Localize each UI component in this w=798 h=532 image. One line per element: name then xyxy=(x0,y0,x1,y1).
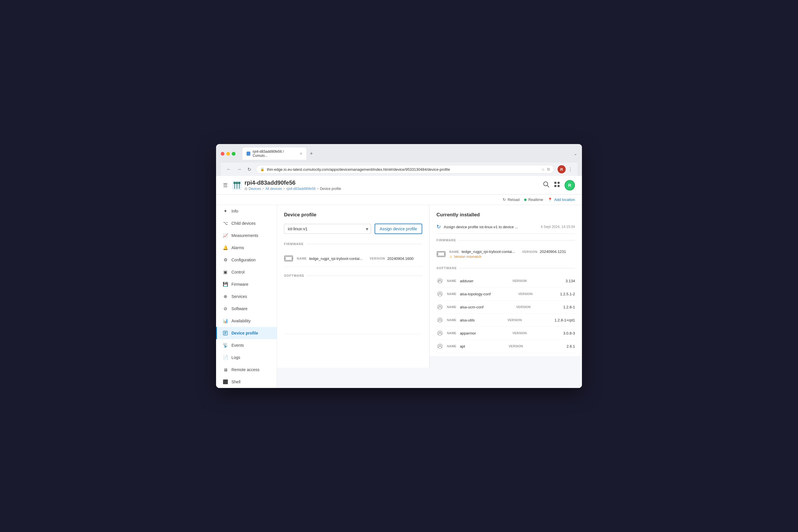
maximize-traffic-light[interactable] xyxy=(232,152,235,156)
browser-user-avatar[interactable]: R xyxy=(557,165,566,173)
software-item-icon-alsa-utils xyxy=(436,317,443,323)
software-item-apt: NAME apt VERSION 2.6.1 xyxy=(436,340,575,353)
logo-icon xyxy=(232,180,242,190)
sw-name-label-alsa-topology: NAME xyxy=(447,292,456,296)
new-tab-button[interactable]: + xyxy=(307,150,316,158)
firmware-subsection-label: FIRMWARE xyxy=(284,242,422,246)
browser-menu-button[interactable]: ⋮ xyxy=(568,167,573,172)
sw-version-alsa-topology: 1.2.5.1-2 xyxy=(560,292,575,296)
profile-dropdown[interactable]: iot-linux-v1 xyxy=(284,224,371,234)
right-panel: Currently installed ↻ Assign device prof… xyxy=(430,205,582,356)
firmware-row-left: NAME tedge_rugpi_rpi-tryboot-contai... V… xyxy=(284,250,422,267)
software-item-alsa-ucm: NAME alsa-ucm-conf VERSION 1.2.8-1 xyxy=(436,301,575,314)
software-item-icon-adduser xyxy=(436,277,443,284)
reload-label: Reload xyxy=(508,197,519,202)
extension-icon[interactable]: ⧉ xyxy=(547,167,550,172)
add-location-button[interactable]: 📍 Add location xyxy=(548,197,575,202)
tab-close-button[interactable]: ✕ xyxy=(300,152,302,156)
sidebar-item-logs[interactable]: 📄 Logs xyxy=(216,352,277,364)
sidebar-item-software[interactable]: ⊘ Software xyxy=(216,303,277,315)
sw-ver-label-alsa-topology: VERSION xyxy=(518,292,533,296)
url-text: thin-edge.io.eu-latest.cumulocity.com/ap… xyxy=(267,167,539,172)
software-item-icon-alsa-topology xyxy=(436,290,443,297)
star-icon[interactable]: ☆ xyxy=(541,167,545,172)
close-traffic-light[interactable] xyxy=(221,152,225,156)
sidebar-item-control[interactable]: ▣ Control xyxy=(216,266,277,278)
firmware-icon: 💾 xyxy=(223,282,228,287)
sw-ver-label-alsa-utils: VERSION xyxy=(507,318,522,322)
profile-selector: iot-linux-v1 ▾ Assign device profile xyxy=(284,224,422,234)
sidebar-item-firmware[interactable]: 💾 Firmware xyxy=(216,278,277,290)
sidebar-label-firmware: Firmware xyxy=(231,282,248,287)
url-bar[interactable]: 🔒 thin-edge.io.eu-latest.cumulocity.com/… xyxy=(256,165,554,174)
breadcrumb-home-icon: ⊟ xyxy=(245,187,247,191)
software-item-icon-apparmor xyxy=(436,329,443,337)
software-item-icon-alsa-ucm xyxy=(436,303,443,310)
sidebar-label-configuration: Configuration xyxy=(231,258,255,262)
profile-dropdown-wrap[interactable]: iot-linux-v1 ▾ xyxy=(284,224,371,234)
sw-version-adduser: 3.134 xyxy=(565,279,575,283)
reload-button[interactable]: ↻ Reload xyxy=(503,197,519,202)
sw-name-label-adduser: NAME xyxy=(447,279,456,283)
right-fw-name-label: NAME xyxy=(449,250,459,253)
sidebar-item-shell[interactable]: ⬛ Shell xyxy=(216,376,277,388)
sw-name-alsa-ucm: alsa-ucm-conf xyxy=(460,305,483,309)
sidebar-label-events: Events xyxy=(231,343,244,348)
sidebar-item-measurements[interactable]: 📈 Measurements xyxy=(216,229,277,242)
sw-name-label-apt: NAME xyxy=(447,344,456,348)
fw-name-value: tedge_rugpi_rpi-tryboot-contai... xyxy=(309,256,362,261)
minimize-traffic-light[interactable] xyxy=(226,152,230,156)
grid-button[interactable] xyxy=(554,182,560,189)
breadcrumb-device-link[interactable]: rpi4-d83add90fe56 xyxy=(286,187,316,191)
active-tab[interactable]: rpi4-d83add90fe56 / Cumulo... ✕ xyxy=(243,148,306,160)
forward-button[interactable]: → xyxy=(236,166,243,173)
sidebar-item-child-devices[interactable]: ⌥ Child devices xyxy=(216,217,277,229)
sidebar-item-remote-access[interactable]: 🖥 Remote access xyxy=(216,364,277,376)
search-button[interactable] xyxy=(543,181,549,189)
sidebar-item-availability[interactable]: 📊 Availability xyxy=(216,315,277,327)
browser-chrome: rpi4-d83add90fe56 / Cumulo... ✕ + ⌄ ← → … xyxy=(216,144,582,176)
software-item-alsa-topology: NAME alsa-topology-conf VERSION 1.2.5.1-… xyxy=(436,287,575,301)
software-subsection-label: SOFTWARE xyxy=(284,274,422,277)
sidebar-item-alarms[interactable]: 🔔 Alarms xyxy=(216,242,277,254)
sidebar-item-configuration[interactable]: ⚙ Configuration xyxy=(216,254,277,266)
assign-device-profile-button[interactable]: Assign device profile xyxy=(375,224,422,234)
software-icon: ⊘ xyxy=(223,306,228,311)
installed-date: 4 Sept 2024, 14:15:54 xyxy=(541,225,575,229)
right-fw-version-value: 20240904.1231 xyxy=(540,249,566,254)
installed-header-row: ↻ Assign device profile iot-linux-v1 to … xyxy=(436,224,575,234)
sidebar-item-info[interactable]: ✦ Info xyxy=(216,205,277,217)
breadcrumb-devices-link[interactable]: Devices xyxy=(249,187,261,191)
sidebar-item-device-profile[interactable]: Device profile xyxy=(216,327,277,339)
sw-version-alsa-utils: 1.2.8-1+rpt1 xyxy=(555,318,575,322)
sw-name-alsa-utils: alsa-utils xyxy=(460,318,475,322)
alarms-icon: 🔔 xyxy=(223,245,228,250)
sw-ver-label-apparmor: VERSION xyxy=(513,331,527,335)
browser-actions: R ⋮ xyxy=(557,165,573,173)
control-icon: ▣ xyxy=(223,269,228,275)
sw-name-label-alsa-ucm: NAME xyxy=(447,305,456,309)
sidebar-item-events[interactable]: 📡 Events xyxy=(216,339,277,352)
sw-ver-label-alsa-ucm: VERSION xyxy=(516,305,531,309)
sw-version-apt: 2.6.1 xyxy=(567,344,575,348)
browser-window: rpi4-d83add90fe56 / Cumulo... ✕ + ⌄ ← → … xyxy=(216,144,582,388)
installed-refresh-icon[interactable]: ↻ xyxy=(436,224,441,230)
sidebar-label-child-devices: Child devices xyxy=(231,221,255,226)
sidebar-label-shell: Shell xyxy=(231,380,241,384)
hamburger-button[interactable]: ☰ xyxy=(223,182,228,188)
user-avatar[interactable]: R xyxy=(565,180,575,190)
sidebar-item-services[interactable]: ⊕ Services xyxy=(216,290,277,303)
back-button[interactable]: ← xyxy=(225,166,232,173)
tab-title: rpi4-d83add90fe56 / Cumulo... xyxy=(253,150,296,158)
breadcrumb-all-devices-link[interactable]: All devices xyxy=(265,187,282,191)
fw-version-label: VERSION xyxy=(370,257,385,260)
app-title: rpi4-d83add90fe56 xyxy=(245,179,341,186)
sw-version-alsa-ucm: 1.2.8-1 xyxy=(563,305,575,309)
logs-icon: 📄 xyxy=(223,355,228,360)
app-header: ☰ rpi4-d83add90fe56 ⊟ Devices > xyxy=(216,176,582,194)
content-area: Device profile iot-linux-v1 ▾ Assign dev… xyxy=(277,205,582,368)
services-icon: ⊕ xyxy=(223,294,228,299)
child-devices-icon: ⌥ xyxy=(223,221,228,226)
security-icon: 🔒 xyxy=(260,167,265,171)
refresh-button[interactable]: ↻ xyxy=(246,166,252,173)
